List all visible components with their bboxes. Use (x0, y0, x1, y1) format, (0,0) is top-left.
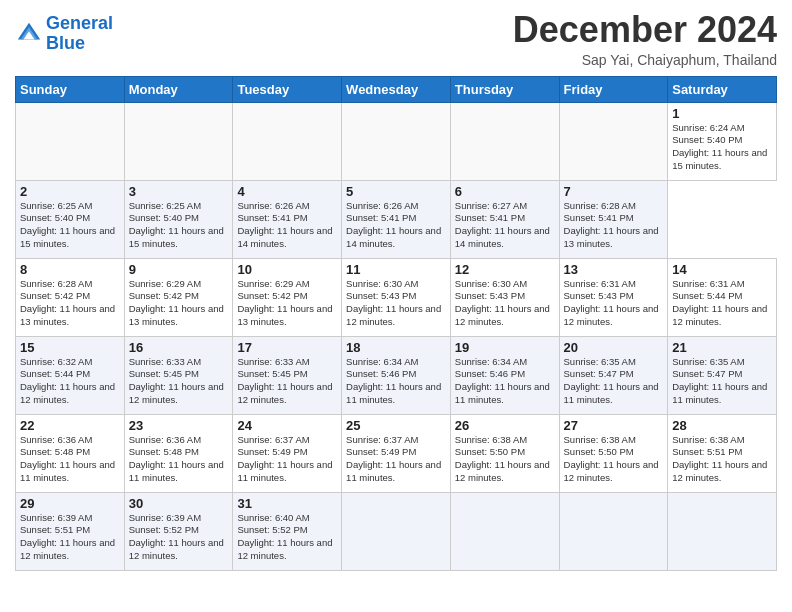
daylight-text: Daylight: 11 hours and 12 minutes. (20, 381, 115, 405)
daylight-text: Daylight: 11 hours and 12 minutes. (564, 303, 659, 327)
table-row: 1 Sunrise: 6:24 AM Sunset: 5:40 PM Dayli… (668, 102, 777, 180)
sunset-text: Sunset: 5:52 PM (129, 524, 199, 535)
day-content: Sunrise: 6:38 AM Sunset: 5:51 PM Dayligh… (672, 434, 772, 485)
table-row: 7 Sunrise: 6:28 AM Sunset: 5:41 PM Dayli… (559, 180, 668, 258)
sunrise-text: Sunrise: 6:24 AM (672, 122, 744, 133)
day-number: 16 (129, 340, 229, 355)
day-content: Sunrise: 6:39 AM Sunset: 5:51 PM Dayligh… (20, 512, 120, 563)
sunrise-text: Sunrise: 6:35 AM (672, 356, 744, 367)
daylight-text: Daylight: 11 hours and 12 minutes. (129, 381, 224, 405)
day-content: Sunrise: 6:34 AM Sunset: 5:46 PM Dayligh… (455, 356, 555, 407)
table-row (668, 492, 777, 570)
sunset-text: Sunset: 5:43 PM (455, 290, 525, 301)
col-thursday: Thursday (450, 76, 559, 102)
sunset-text: Sunset: 5:47 PM (564, 368, 634, 379)
day-content: Sunrise: 6:28 AM Sunset: 5:41 PM Dayligh… (564, 200, 664, 251)
daylight-text: Daylight: 11 hours and 11 minutes. (672, 381, 767, 405)
sunrise-text: Sunrise: 6:37 AM (237, 434, 309, 445)
sunset-text: Sunset: 5:40 PM (129, 212, 199, 223)
col-saturday: Saturday (668, 76, 777, 102)
table-row (450, 492, 559, 570)
daylight-text: Daylight: 11 hours and 12 minutes. (346, 303, 441, 327)
day-content: Sunrise: 6:36 AM Sunset: 5:48 PM Dayligh… (20, 434, 120, 485)
day-number: 14 (672, 262, 772, 277)
sunset-text: Sunset: 5:50 PM (564, 446, 634, 457)
table-row: 12 Sunrise: 6:30 AM Sunset: 5:43 PM Dayl… (450, 258, 559, 336)
table-row: 9 Sunrise: 6:29 AM Sunset: 5:42 PM Dayli… (124, 258, 233, 336)
sunrise-text: Sunrise: 6:28 AM (564, 200, 636, 211)
daylight-text: Daylight: 11 hours and 13 minutes. (564, 225, 659, 249)
day-content: Sunrise: 6:26 AM Sunset: 5:41 PM Dayligh… (237, 200, 337, 251)
day-number: 21 (672, 340, 772, 355)
table-row: 30 Sunrise: 6:39 AM Sunset: 5:52 PM Dayl… (124, 492, 233, 570)
calendar-week-5: 22 Sunrise: 6:36 AM Sunset: 5:48 PM Dayl… (16, 414, 777, 492)
table-row: 26 Sunrise: 6:38 AM Sunset: 5:50 PM Dayl… (450, 414, 559, 492)
day-number: 19 (455, 340, 555, 355)
daylight-text: Daylight: 11 hours and 15 minutes. (672, 147, 767, 171)
sunrise-text: Sunrise: 6:33 AM (237, 356, 309, 367)
day-content: Sunrise: 6:25 AM Sunset: 5:40 PM Dayligh… (129, 200, 229, 251)
day-number: 20 (564, 340, 664, 355)
sunrise-text: Sunrise: 6:30 AM (455, 278, 527, 289)
sunrise-text: Sunrise: 6:29 AM (129, 278, 201, 289)
sunset-text: Sunset: 5:42 PM (20, 290, 90, 301)
day-number: 10 (237, 262, 337, 277)
logo-text2: Blue (46, 34, 113, 54)
sunrise-text: Sunrise: 6:35 AM (564, 356, 636, 367)
sunrise-text: Sunrise: 6:27 AM (455, 200, 527, 211)
sunset-text: Sunset: 5:48 PM (129, 446, 199, 457)
day-content: Sunrise: 6:30 AM Sunset: 5:43 PM Dayligh… (346, 278, 446, 329)
table-row: 13 Sunrise: 6:31 AM Sunset: 5:43 PM Dayl… (559, 258, 668, 336)
day-content: Sunrise: 6:28 AM Sunset: 5:42 PM Dayligh… (20, 278, 120, 329)
calendar-week-6: 29 Sunrise: 6:39 AM Sunset: 5:51 PM Dayl… (16, 492, 777, 570)
sunset-text: Sunset: 5:43 PM (346, 290, 416, 301)
daylight-text: Daylight: 11 hours and 12 minutes. (672, 459, 767, 483)
day-number: 9 (129, 262, 229, 277)
daylight-text: Daylight: 11 hours and 11 minutes. (564, 381, 659, 405)
table-row: 6 Sunrise: 6:27 AM Sunset: 5:41 PM Dayli… (450, 180, 559, 258)
sunset-text: Sunset: 5:41 PM (455, 212, 525, 223)
table-row: 18 Sunrise: 6:34 AM Sunset: 5:46 PM Dayl… (342, 336, 451, 414)
sunrise-text: Sunrise: 6:25 AM (129, 200, 201, 211)
day-content: Sunrise: 6:31 AM Sunset: 5:44 PM Dayligh… (672, 278, 772, 329)
table-row: 23 Sunrise: 6:36 AM Sunset: 5:48 PM Dayl… (124, 414, 233, 492)
table-row: 11 Sunrise: 6:30 AM Sunset: 5:43 PM Dayl… (342, 258, 451, 336)
daylight-text: Daylight: 11 hours and 12 minutes. (237, 537, 332, 561)
daylight-text: Daylight: 11 hours and 11 minutes. (20, 459, 115, 483)
day-content: Sunrise: 6:40 AM Sunset: 5:52 PM Dayligh… (237, 512, 337, 563)
table-row: 3 Sunrise: 6:25 AM Sunset: 5:40 PM Dayli… (124, 180, 233, 258)
day-content: Sunrise: 6:33 AM Sunset: 5:45 PM Dayligh… (237, 356, 337, 407)
day-content: Sunrise: 6:35 AM Sunset: 5:47 PM Dayligh… (672, 356, 772, 407)
table-row: 22 Sunrise: 6:36 AM Sunset: 5:48 PM Dayl… (16, 414, 125, 492)
table-row: 28 Sunrise: 6:38 AM Sunset: 5:51 PM Dayl… (668, 414, 777, 492)
table-row: 17 Sunrise: 6:33 AM Sunset: 5:45 PM Dayl… (233, 336, 342, 414)
day-number: 24 (237, 418, 337, 433)
sunset-text: Sunset: 5:48 PM (20, 446, 90, 457)
table-row: 4 Sunrise: 6:26 AM Sunset: 5:41 PM Dayli… (233, 180, 342, 258)
day-number: 13 (564, 262, 664, 277)
logo-icon (15, 20, 43, 48)
sunset-text: Sunset: 5:50 PM (455, 446, 525, 457)
daylight-text: Daylight: 11 hours and 13 minutes. (20, 303, 115, 327)
col-wednesday: Wednesday (342, 76, 451, 102)
calendar-week-3: 8 Sunrise: 6:28 AM Sunset: 5:42 PM Dayli… (16, 258, 777, 336)
daylight-text: Daylight: 11 hours and 11 minutes. (346, 381, 441, 405)
daylight-text: Daylight: 11 hours and 11 minutes. (237, 459, 332, 483)
sunset-text: Sunset: 5:45 PM (237, 368, 307, 379)
sunset-text: Sunset: 5:41 PM (237, 212, 307, 223)
table-row: 19 Sunrise: 6:34 AM Sunset: 5:46 PM Dayl… (450, 336, 559, 414)
day-content: Sunrise: 6:30 AM Sunset: 5:43 PM Dayligh… (455, 278, 555, 329)
daylight-text: Daylight: 11 hours and 14 minutes. (237, 225, 332, 249)
day-content: Sunrise: 6:38 AM Sunset: 5:50 PM Dayligh… (455, 434, 555, 485)
day-number: 4 (237, 184, 337, 199)
day-content: Sunrise: 6:37 AM Sunset: 5:49 PM Dayligh… (237, 434, 337, 485)
day-number: 31 (237, 496, 337, 511)
daylight-text: Daylight: 11 hours and 15 minutes. (20, 225, 115, 249)
day-content: Sunrise: 6:29 AM Sunset: 5:42 PM Dayligh… (129, 278, 229, 329)
table-row: 16 Sunrise: 6:33 AM Sunset: 5:45 PM Dayl… (124, 336, 233, 414)
col-sunday: Sunday (16, 76, 125, 102)
sunrise-text: Sunrise: 6:37 AM (346, 434, 418, 445)
logo: General Blue (15, 14, 113, 54)
sunrise-text: Sunrise: 6:32 AM (20, 356, 92, 367)
logo-text: General (46, 14, 113, 34)
